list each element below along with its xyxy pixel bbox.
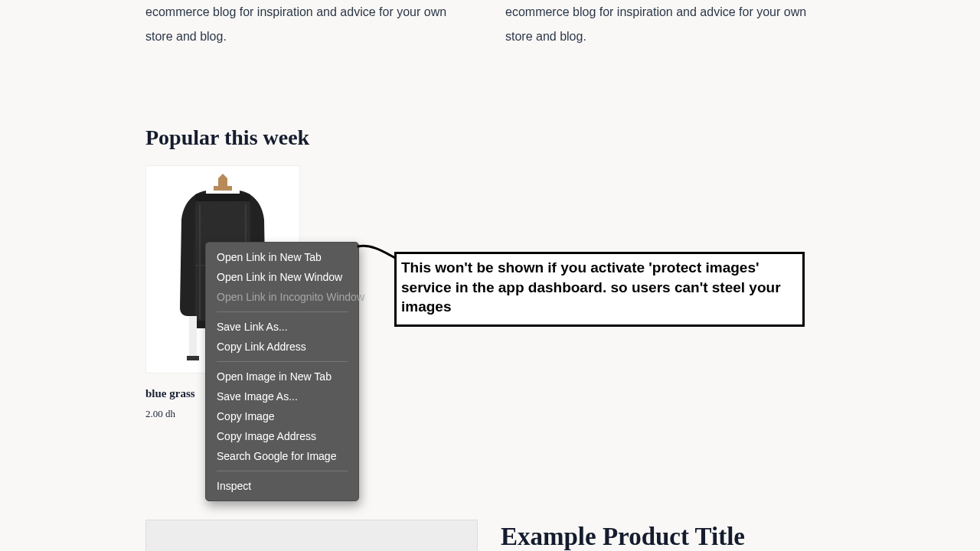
svg-rect-4 — [187, 356, 199, 360]
product-placeholder-image[interactable] — [145, 520, 478, 551]
menu-open-link-new-window[interactable]: Open Link in New Window — [206, 267, 358, 287]
section-heading: Popular this week — [145, 126, 835, 150]
svg-rect-0 — [214, 186, 232, 191]
menu-open-link-new-tab[interactable]: Open Link in New Tab — [206, 247, 358, 267]
menu-save-link-as[interactable]: Save Link As... — [206, 317, 358, 337]
menu-separator — [217, 471, 348, 471]
blurb-right: ecommerce blog for inspiration and advic… — [505, 0, 835, 49]
svg-rect-3 — [189, 316, 197, 359]
example-product-title[interactable]: Example Product Title — [501, 523, 745, 551]
menu-copy-link-address[interactable]: Copy Link Address — [206, 337, 358, 357]
menu-save-image-as[interactable]: Save Image As... — [206, 386, 358, 406]
menu-search-google-image[interactable]: Search Google for Image — [206, 446, 358, 466]
blurb-left: ecommerce blog for inspiration and advic… — [145, 0, 475, 49]
menu-copy-image-address[interactable]: Copy Image Address — [206, 426, 358, 446]
callout-box: This won't be shown if you activate 'pro… — [394, 252, 805, 327]
menu-copy-image[interactable]: Copy Image — [206, 406, 358, 426]
menu-separator — [217, 311, 348, 312]
menu-inspect[interactable]: Inspect — [206, 476, 358, 496]
context-menu: Open Link in New Tab Open Link in New Wi… — [205, 242, 359, 501]
svg-rect-1 — [195, 194, 250, 201]
menu-open-link-incognito: Open Link in Incognito Window — [206, 287, 358, 307]
menu-open-image-new-tab[interactable]: Open Image in New Tab — [206, 367, 358, 386]
menu-separator — [217, 361, 348, 362]
